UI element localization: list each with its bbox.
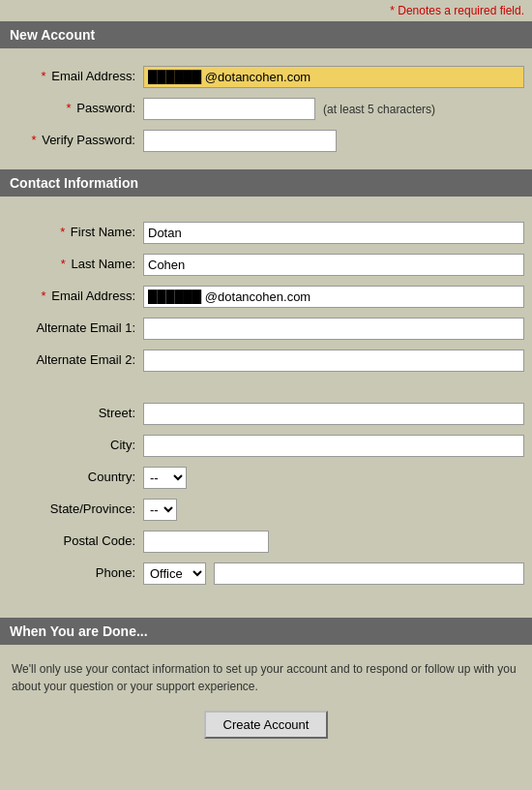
state-select[interactable]: --	[143, 499, 177, 521]
alt-email1-row: Alternate Email 1:	[0, 316, 532, 342]
password-hint: (at least 5 characters)	[323, 103, 435, 116]
state-row: State/Province: --	[0, 497, 532, 523]
postal-input-wrapper	[143, 531, 524, 553]
first-name-label: * First Name:	[8, 224, 143, 241]
country-label: Country:	[8, 469, 143, 486]
last-name-input[interactable]	[143, 254, 524, 276]
password-row: * Password: (at least 5 characters)	[0, 96, 532, 122]
alt-email1-input-wrapper	[143, 318, 524, 340]
contact-email-row: * Email Address:	[0, 284, 532, 310]
postal-label: Postal Code:	[8, 532, 143, 550]
verify-password-input[interactable]	[143, 130, 337, 152]
country-select[interactable]: -- US UK CA	[143, 467, 187, 489]
city-input-wrapper	[143, 435, 524, 457]
create-account-button[interactable]: Create Account	[204, 711, 329, 739]
phone-row: Phone: Office Home Mobile Fax	[0, 561, 532, 587]
phone-type-select[interactable]: Office Home Mobile Fax	[143, 562, 206, 585]
first-name-input[interactable]	[143, 222, 524, 244]
alt-email2-input-wrapper	[143, 349, 524, 372]
email-input[interactable]	[143, 66, 524, 88]
required-star-vp: *	[31, 133, 36, 147]
state-select-wrapper: --	[143, 499, 524, 521]
email-input-wrapper	[143, 66, 524, 88]
alt-email2-row: Alternate Email 2:	[0, 348, 532, 374]
password-label: * Password:	[8, 100, 143, 117]
postal-row: Postal Code:	[0, 529, 532, 555]
alt-email1-input[interactable]	[143, 318, 524, 340]
alt-email1-label: Alternate Email 1:	[8, 319, 143, 337]
city-label: City:	[8, 437, 143, 454]
contact-email-input[interactable]	[143, 286, 524, 308]
street-input[interactable]	[143, 403, 524, 425]
required-star-pw: *	[67, 101, 72, 115]
street-row: Street:	[0, 401, 532, 427]
phone-input-wrapper: Office Home Mobile Fax	[143, 562, 524, 585]
city-input[interactable]	[143, 435, 524, 457]
password-input-wrapper: (at least 5 characters)	[143, 98, 337, 120]
when-done-header: When You are Done...	[0, 618, 532, 645]
phone-input[interactable]	[214, 562, 524, 585]
contact-email-input-wrapper	[143, 286, 524, 308]
when-done-description: We'll only use your contact information …	[10, 654, 522, 701]
alt-email2-label: Alternate Email 2:	[8, 351, 143, 369]
last-name-label: * Last Name:	[8, 256, 143, 273]
new-account-header: New Account	[0, 21, 532, 48]
street-input-wrapper	[143, 403, 524, 425]
contact-info-header: Contact Information	[0, 169, 532, 197]
verify-password-row: * Verify Password:	[0, 128, 532, 154]
state-label: State/Province:	[8, 501, 143, 518]
country-select-wrapper: -- US UK CA	[143, 467, 524, 489]
city-row: City:	[0, 433, 532, 459]
submit-row: Create Account	[10, 701, 522, 748]
required-note: * Denotes a required field.	[0, 0, 532, 21]
email-address-label: * Email Address:	[8, 68, 143, 85]
street-label: Street:	[8, 405, 143, 422]
first-name-input-wrapper	[143, 222, 524, 244]
email-address-row: * Email Address:	[0, 64, 532, 90]
country-row: Country: -- US UK CA	[0, 465, 532, 491]
verify-password-label: * Verify Password:	[8, 132, 143, 149]
postal-input[interactable]	[143, 531, 269, 553]
alt-email2-input[interactable]	[143, 349, 524, 372]
last-name-input-wrapper	[143, 254, 524, 276]
last-name-row: * Last Name:	[0, 252, 532, 278]
password-input[interactable]	[143, 98, 315, 120]
required-star: *	[42, 69, 46, 83]
verify-password-input-wrapper	[143, 130, 524, 152]
phone-label: Phone:	[8, 564, 143, 582]
contact-email-label: * Email Address:	[8, 288, 143, 305]
first-name-row: * First Name:	[0, 220, 532, 246]
